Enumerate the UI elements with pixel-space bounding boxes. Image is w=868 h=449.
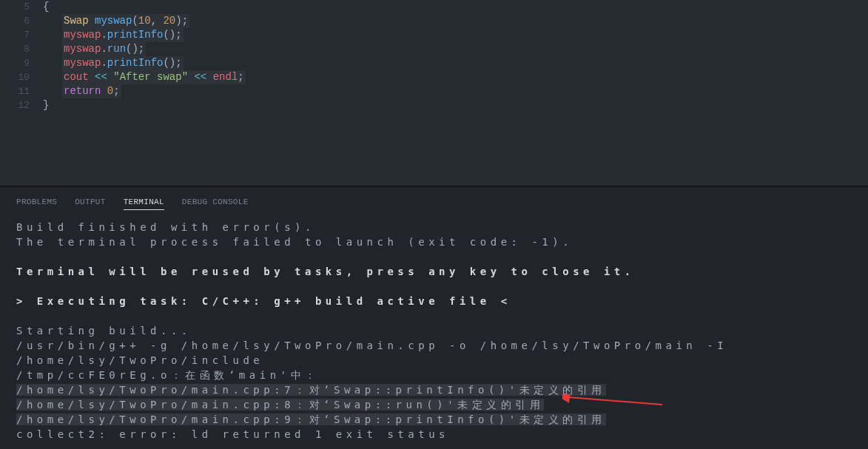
line-number-gutter: 56789101112 [0,0,43,186]
tab-terminal[interactable]: TERMINAL [124,195,164,210]
line-number: 5 [0,0,30,14]
code-line[interactable]: cout << "After swap" << endl; [43,70,868,84]
code-line[interactable]: } [43,98,868,112]
line-number: 7 [0,28,30,42]
code-line[interactable]: myswap.run(); [43,42,868,56]
code-line[interactable]: myswap.printInfo(); [43,28,868,42]
terminal-line: /usr/bin/g++ -g /home/lsy/TwoPro/main.cp… [16,338,852,368]
terminal-line [16,279,852,294]
code-line[interactable]: myswap.printInfo(); [43,56,868,70]
line-number: 8 [0,42,30,56]
terminal-line: The terminal process failed to launch (e… [16,234,852,249]
line-number: 11 [0,84,30,98]
terminal-line: /home/lsy/TwoPro/main.cpp:7：对‘Swap::prin… [16,382,852,397]
terminal-line [16,308,852,323]
terminal-line: > Executing task: C/C++: g++ build activ… [16,294,852,308]
line-number: 6 [0,14,30,28]
terminal-line: /tmp/ccFE0rEg.o：在函数‘main'中： [16,368,852,382]
code-line[interactable]: return 0; [43,84,868,98]
tab-output[interactable]: OUTPUT [75,195,105,210]
terminal-line: /home/lsy/TwoPro/main.cpp:8：对‘Swap::run(… [16,397,852,412]
terminal-line: /home/lsy/TwoPro/main.cpp:9：对‘Swap::prin… [16,412,852,427]
terminal-line: collect2: error: ld returned 1 exit stat… [16,427,852,442]
line-number: 12 [0,98,30,112]
panel-tabs: PROBLEMS OUTPUT TERMINAL DEBUG CONSOLE [0,187,868,212]
code-line[interactable]: Swap myswap(10, 20); [43,14,868,28]
tab-problems[interactable]: PROBLEMS [16,195,57,210]
terminal-line [16,249,852,264]
terminal-line: Build finished with error(s). [16,220,852,234]
line-number: 10 [0,70,30,84]
code-line[interactable]: { [43,0,868,14]
line-number: 9 [0,56,30,70]
terminal-line: Terminal will be reused by tasks, press … [16,264,852,279]
terminal-output[interactable]: Build finished with error(s).The termina… [0,212,868,449]
bottom-panel: PROBLEMS OUTPUT TERMINAL DEBUG CONSOLE B… [0,187,868,449]
code-editor[interactable]: 56789101112 {Swap myswap(10, 20);myswap.… [0,0,868,186]
tab-debug-console[interactable]: DEBUG CONSOLE [182,195,249,210]
terminal-line: Starting build... [16,323,852,338]
code-area[interactable]: {Swap myswap(10, 20);myswap.printInfo();… [43,0,868,186]
